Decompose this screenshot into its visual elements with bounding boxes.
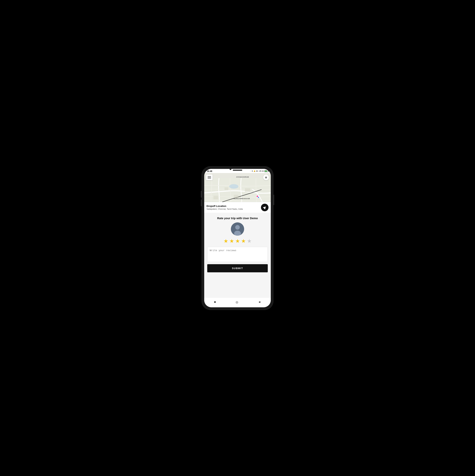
battery-icon [264,170,268,172]
star-5[interactable]: ★ [247,238,252,244]
rating-title: Rate your trip with User Demo [217,217,258,220]
phone-device: 16:48 ··· ⊕ 🔔 4G↑ LTE 4G [202,166,273,310]
dropoff-title: Dropoff Location [206,205,259,207]
star-2[interactable]: ★ [229,238,234,244]
back-icon: ◄ [258,300,261,304]
dropoff-text: Dropoff Location Vadapalani, Chennai, Ta… [206,205,259,210]
avatar [231,222,244,236]
status-time: 16:48 [207,170,212,172]
rating-section: Rate your trip with User Demo ★ ★ ★ ★ ★ … [204,213,271,297]
star-4[interactable]: ★ [241,238,246,244]
square-icon: ■ [214,300,216,304]
nav-square-button[interactable]: ■ [212,300,218,305]
dropoff-box: Dropoff Location Vadapalani, Chennai, Ta… [204,202,271,213]
submit-button[interactable]: SUBMIT [207,264,268,272]
svg-rect-5 [214,196,218,199]
svg-point-7 [235,225,240,230]
data-icon-lte: LTE [259,170,261,172]
volume-up-button[interactable] [201,191,202,198]
data-icon-4g: 4G↑ [256,170,258,172]
svg-rect-4 [245,188,250,192]
nav-home-button[interactable]: ◎ [233,300,240,305]
stars-row: ★ ★ ★ ★ ★ [223,238,252,244]
map-label-nungambakkam: NUNGAMBAKKAM [234,198,250,200]
camera [230,168,231,170]
menu-button[interactable] [206,174,213,180]
screen: 16:48 ··· ⊕ 🔔 4G↑ LTE 4G [204,169,271,307]
pin-end-dot [257,196,259,198]
star-3[interactable]: ★ [235,238,240,244]
nav-back-button[interactable]: ◄ [256,300,263,305]
hamburger-line-1 [208,176,211,177]
speaker [233,170,242,171]
star-1[interactable]: ★ [223,238,228,244]
location-button[interactable]: ⊕ [263,174,269,180]
hamburger-line-2 [208,177,211,178]
circle-icon: ◎ [236,301,238,304]
data-icon-4g2: 4G [262,170,264,172]
map-container: AYANAVARAM NUNGAMBAKKAM VADAPALANI [204,173,271,213]
hamburger-line-3 [208,178,211,179]
dropoff-address: Vadapalani, Chennai, Tamil Nadu, India [206,208,259,210]
navigate-arrow-icon [263,205,267,209]
location-icon: ⊕ [265,176,267,179]
svg-rect-2 [225,187,228,190]
review-input[interactable] [207,247,268,262]
svg-point-1 [229,184,238,188]
status-icons: ··· ⊕ 🔔 4G↑ LTE 4G [250,170,268,172]
battery-fill [265,170,267,172]
volume-down-button[interactable] [201,200,202,206]
navigate-button[interactable] [261,204,269,211]
bottom-nav: ■ ◎ ◄ [204,297,271,307]
avatar-svg [231,222,244,236]
notification-icon: 🔔 [254,170,255,172]
alarm-icon: ⊕ [252,170,253,172]
map-label-ayanavaram: AYANAVARAM [236,176,249,178]
power-button[interactable] [273,195,274,205]
signal-dots: ··· [250,170,251,172]
